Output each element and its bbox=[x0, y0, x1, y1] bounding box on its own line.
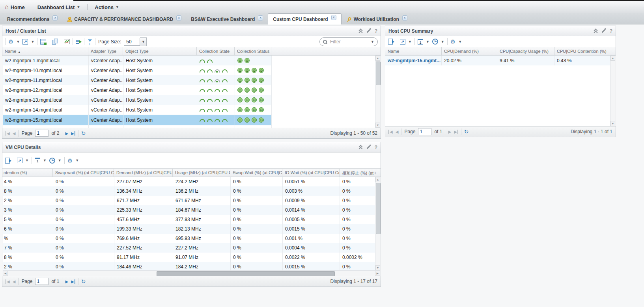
tab-bsw-executive[interactable]: BS&W Executive Dashboard bbox=[186, 15, 268, 24]
column-header-collection-state[interactable]: Collection State bbox=[197, 47, 235, 55]
horizontal-scrollbar[interactable]: ◀ ▶ bbox=[3, 270, 380, 276]
chevron-down-icon[interactable]: ▼ bbox=[43, 158, 47, 162]
vertical-scrollbar[interactable]: ▲ ▼ bbox=[375, 177, 380, 270]
page-size-combo[interactable]: 50 ▼ bbox=[124, 37, 147, 46]
table-row[interactable]: 5 %0 %457.6 MHz377.93 MHz0 %0.0005 %0 % bbox=[3, 215, 375, 224]
dashboard-navigation-icon[interactable] bbox=[40, 39, 46, 45]
host-link[interactable]: w2-mgmtpm-15.mgmt... bbox=[388, 58, 441, 63]
column-header-object-type[interactable]: Object Type bbox=[123, 47, 197, 55]
help-icon[interactable]: ? bbox=[375, 28, 377, 34]
calendar-icon[interactable] bbox=[418, 39, 423, 45]
page-input[interactable] bbox=[35, 278, 49, 285]
tab-capacity-performance[interactable]: CAPACITY & PERFORMANCE DASHBOARD bbox=[62, 15, 186, 24]
column-header-name[interactable]: Name▲ bbox=[2, 47, 88, 55]
collapse-icon[interactable] bbox=[594, 29, 597, 33]
table-row[interactable]: w2-mgmtpm-12.mgmt.localvCenter Adap...Ho… bbox=[3, 85, 272, 95]
column-header-name[interactable]: Name bbox=[385, 47, 442, 55]
filter-icon[interactable] bbox=[87, 39, 92, 44]
column-header-demand-mhz[interactable]: Demand (MHz) (at CPU|CPU C bbox=[114, 169, 173, 177]
vertical-scrollbar[interactable]: ▲ ▼ bbox=[610, 56, 615, 126]
edit-icon[interactable] bbox=[601, 29, 605, 33]
column-header-contention[interactable]: ntention (%) bbox=[2, 169, 53, 177]
menu-home[interactable]: ⌂ Home bbox=[4, 1, 30, 13]
refresh-icon[interactable]: ↻ bbox=[81, 279, 86, 284]
table-row[interactable]: w2-mgmtpm-14.mgmt.localvCenter Adap...Ho… bbox=[3, 105, 272, 115]
open-in-external-icon[interactable]: ↗ bbox=[22, 39, 28, 45]
calendar-icon[interactable] bbox=[35, 158, 40, 163]
column-header-io-wait[interactable]: IO Wait (%) (at CPU|CPU Conte bbox=[282, 169, 340, 177]
page-input[interactable] bbox=[35, 130, 49, 137]
refresh-icon[interactable]: ↻ bbox=[464, 129, 469, 134]
column-header-adapter-type[interactable]: Adapter Type bbox=[88, 47, 123, 55]
table-row[interactable]: 7 %0 %227.52 MHz227.2 MHz0 %0.0004 %0 % bbox=[3, 243, 375, 253]
chevron-down-icon[interactable]: ▼ bbox=[58, 158, 62, 162]
table-row[interactable]: 2 %0 %671.7 MHz671.67 MHz0 %0.0009 %0 % bbox=[3, 196, 375, 205]
filter-input[interactable] bbox=[329, 39, 368, 45]
collapse-icon[interactable] bbox=[358, 145, 362, 149]
table-row[interactable]: w2-mgmtpm-1.mgmt.localvCenter Adap...Hos… bbox=[3, 56, 272, 65]
first-page-icon[interactable] bbox=[6, 279, 10, 284]
table-row[interactable]: 2 %0 %184.46 MHz184.2 MHz0 %0.0015 %0 % bbox=[3, 262, 375, 270]
gear-icon[interactable]: ⚙ bbox=[8, 39, 13, 45]
last-page-icon[interactable] bbox=[71, 131, 75, 136]
table-row[interactable]: 6 %0 %199.33 MHz182.13 MHz0 %0.0015 %0 % bbox=[3, 224, 375, 234]
open-in-external-icon[interactable]: ↗ bbox=[400, 39, 405, 45]
column-header-swap-wait[interactable]: Swap wait (%) (at CPU|CPU Co bbox=[53, 169, 114, 177]
refresh-icon[interactable]: ↻ bbox=[81, 131, 86, 136]
help-icon[interactable]: ? bbox=[375, 145, 377, 150]
column-header-cpu-contention[interactable]: CPU|CPU Contention (%) bbox=[554, 47, 610, 55]
chevron-down-icon[interactable]: ▼ bbox=[25, 158, 29, 162]
prev-page-icon[interactable] bbox=[396, 130, 399, 134]
close-icon[interactable] bbox=[331, 15, 336, 20]
next-page-icon[interactable] bbox=[65, 131, 68, 136]
edit-icon[interactable] bbox=[366, 29, 370, 33]
clock-icon[interactable] bbox=[432, 39, 438, 45]
close-icon[interactable] bbox=[258, 15, 263, 20]
scroll-up-icon[interactable]: ▲ bbox=[375, 177, 380, 182]
chevron-down-icon[interactable]: ▼ bbox=[31, 40, 34, 44]
prev-page-icon[interactable] bbox=[13, 131, 16, 136]
menu-dashboard-list[interactable]: Dashboard List ▼ bbox=[32, 1, 86, 13]
chevron-down-icon[interactable]: ▼ bbox=[371, 40, 374, 44]
last-page-icon[interactable] bbox=[454, 130, 458, 134]
tab-recommendations[interactable]: Recommendations bbox=[2, 15, 62, 24]
scroll-up-icon[interactable]: ▲ bbox=[375, 56, 380, 61]
export-icon[interactable] bbox=[5, 158, 10, 164]
table-row[interactable]: w2-mgmtpm-15.mgmt... 20.02 % 9.41 % 0.43… bbox=[385, 56, 610, 65]
scroll-down-icon[interactable]: ▼ bbox=[375, 265, 380, 270]
column-header-costop[interactable]: 相互停止 (%) (at CPU|CPU bbox=[340, 169, 375, 177]
scroll-down-icon[interactable]: ▼ bbox=[610, 121, 615, 126]
copy-icon[interactable] bbox=[52, 39, 58, 45]
scroll-right-icon[interactable]: ▶ bbox=[375, 271, 380, 276]
table-row[interactable]: w2-mgmtpm-13.mgmt.localvCenter Adap...Ho… bbox=[3, 95, 272, 105]
table-row[interactable]: w2-mgmtpm-11.mgmt.localvCenter Adap...Ho… bbox=[3, 75, 272, 85]
chevron-down-icon[interactable]: ▼ bbox=[16, 40, 20, 44]
prev-page-icon[interactable] bbox=[13, 279, 16, 284]
filter-box[interactable]: ▼ bbox=[319, 37, 378, 46]
chart-icon[interactable] bbox=[64, 39, 70, 44]
scrollbar-thumb[interactable] bbox=[376, 183, 381, 234]
table-row[interactable]: w2-mgmtpm-15.mgmt.localvCenter Adap...Ho… bbox=[3, 115, 272, 125]
next-page-icon[interactable] bbox=[448, 130, 451, 134]
first-page-icon[interactable] bbox=[388, 130, 393, 134]
scrollbar-thumb[interactable] bbox=[376, 61, 381, 85]
page-input[interactable] bbox=[418, 128, 431, 135]
export-icon[interactable] bbox=[388, 39, 393, 45]
table-row[interactable]: 8 %0 %91.17 MHz91.07 MHz0 %0.0022 %0.000… bbox=[3, 253, 375, 262]
chevron-down-icon[interactable]: ▼ bbox=[75, 158, 79, 162]
close-icon[interactable] bbox=[176, 15, 181, 20]
close-icon[interactable] bbox=[402, 15, 407, 20]
edit-icon[interactable] bbox=[366, 145, 370, 149]
chevron-down-icon[interactable]: ▼ bbox=[441, 40, 444, 44]
vertical-scrollbar[interactable]: ▲ ▼ bbox=[375, 56, 380, 128]
help-icon[interactable]: ? bbox=[610, 28, 612, 34]
clock-icon[interactable] bbox=[49, 158, 55, 164]
chevron-down-icon[interactable]: ▼ bbox=[408, 40, 412, 44]
menu-actions[interactable]: Actions ▼ bbox=[89, 1, 125, 13]
column-header-cpu-capacity-usage[interactable]: CPU|Capacity Usage (%) bbox=[497, 47, 554, 55]
tab-workload-utilization[interactable]: Workload Utilization bbox=[342, 15, 412, 24]
chevron-down-icon[interactable]: ▼ bbox=[426, 40, 429, 44]
first-page-icon[interactable] bbox=[6, 131, 10, 136]
tab-custom-cpu-dashboard[interactable]: Custom CPU Dashboard bbox=[268, 13, 341, 24]
column-header-cpu-demand[interactable]: CPU|Demand (%) bbox=[442, 47, 497, 55]
